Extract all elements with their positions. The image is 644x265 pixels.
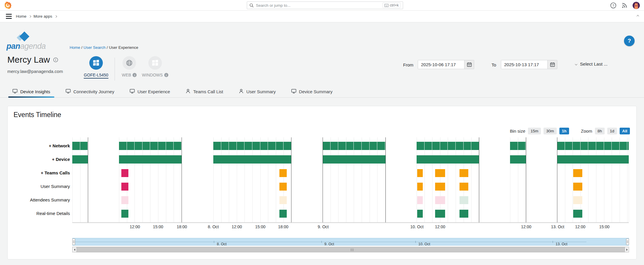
gridline — [573, 137, 573, 222]
user-event-block[interactable] — [459, 183, 468, 191]
row-label-network[interactable]: + Network — [8, 143, 70, 148]
navigator-day-label: 10. Oct — [418, 242, 430, 246]
network-activity-bar[interactable] — [510, 142, 526, 150]
scroll-left-button[interactable] — [72, 247, 77, 252]
collapse-chevron-up-icon[interactable] — [637, 15, 639, 17]
grafana-logo-icon[interactable] — [4, 1, 12, 10]
realtime-event-block[interactable] — [459, 210, 468, 218]
teams-event-block[interactable] — [459, 169, 468, 177]
device-button-windows[interactable]: WINDOWS i — [142, 56, 169, 78]
attendees-event-block[interactable] — [417, 196, 423, 204]
tab-user-experience[interactable]: User Experience — [125, 86, 174, 97]
gridline — [135, 137, 135, 222]
scroll-right-button[interactable] — [625, 247, 629, 252]
navigator-day-label: 9. Oct — [324, 242, 334, 246]
person-icon — [239, 89, 244, 95]
axis-tick-label: 13. Oct — [547, 224, 568, 229]
user-event-block[interactable] — [417, 183, 423, 191]
section-tabs: Device InsightsConnectivity JourneyUser … — [0, 86, 644, 98]
network-activity-bar[interactable] — [417, 142, 479, 150]
attendees-event-block[interactable] — [459, 196, 468, 204]
teams-event-block[interactable] — [279, 169, 287, 177]
navigator-day-tick — [553, 241, 553, 243]
breadcrumb-more-apps[interactable]: More apps — [33, 14, 52, 19]
network-activity-bar[interactable] — [213, 142, 291, 150]
gridline — [565, 137, 565, 222]
teams-event-block[interactable] — [435, 169, 445, 177]
realtime-event-block[interactable] — [279, 210, 287, 218]
panagenda-logo: panagenda — [6, 33, 51, 51]
realtime-event-block[interactable] — [573, 210, 582, 218]
info-icon[interactable] — [53, 57, 58, 62]
breadcrumb-link-user-search[interactable]: User Search — [83, 45, 105, 50]
realtime-event-block[interactable] — [417, 210, 423, 218]
section-boundary-line — [479, 137, 479, 222]
info-badge-icon[interactable]: i — [133, 73, 137, 77]
gridline — [417, 137, 417, 222]
to-date-input[interactable] — [501, 60, 547, 69]
select-last-dropdown[interactable]: Select Last ... — [575, 61, 608, 67]
from-date-input[interactable] — [418, 60, 464, 69]
teams-event-block[interactable] — [573, 169, 582, 177]
realtime-event-block[interactable] — [121, 210, 128, 218]
device-button-web[interactable]: WEB i — [116, 56, 143, 78]
device-activity-bar[interactable] — [119, 155, 182, 164]
network-activity-bar[interactable] — [119, 142, 182, 150]
gridline — [338, 137, 338, 222]
realtime-event-block[interactable] — [435, 210, 445, 218]
from-date-field — [418, 60, 474, 69]
device-activity-bar[interactable] — [72, 155, 88, 164]
row-label-teams-calls[interactable]: + Teams Calls — [8, 170, 70, 175]
user-event-block[interactable] — [121, 183, 128, 191]
timeline-navigator[interactable]: 8. Oct9. Oct10. Oct13. Oct — [72, 238, 629, 246]
attendees-event-block[interactable] — [573, 196, 582, 204]
user-event-block[interactable] — [435, 183, 445, 191]
search-input[interactable] — [256, 3, 383, 8]
global-search[interactable]: ctrl+k — [247, 1, 403, 9]
menu-toggle-icon[interactable] — [6, 14, 12, 19]
gridline — [471, 137, 472, 222]
navigator-right-handle[interactable] — [626, 239, 629, 245]
axis-tick-label: 12:00 — [125, 224, 145, 229]
device-activity-bar[interactable] — [417, 155, 479, 164]
teams-event-block[interactable] — [121, 169, 128, 177]
network-activity-bar[interactable] — [323, 142, 385, 150]
device-button-gofe[interactable]: GOFE-L5450 — [83, 56, 110, 79]
network-activity-bar[interactable] — [72, 142, 88, 150]
tab-teams-call-list[interactable]: Teams Call List — [181, 86, 227, 97]
help-button[interactable]: ? — [624, 36, 635, 46]
from-label: From — [403, 62, 413, 67]
from-calendar-button[interactable] — [464, 60, 474, 69]
gridline — [221, 137, 222, 222]
scrollbar-thumb[interactable] — [76, 247, 625, 252]
attendees-event-block[interactable] — [121, 196, 128, 204]
navigator-left-handle[interactable] — [72, 239, 75, 245]
attendees-event-block[interactable] — [435, 196, 445, 204]
grafana-topbar: ctrl+k ? — [0, 0, 644, 11]
to-calendar-button[interactable] — [547, 60, 557, 69]
network-activity-bar[interactable] — [557, 142, 629, 150]
tab-connectivity-journey[interactable]: Connectivity Journey — [61, 86, 118, 97]
news-rss-icon[interactable] — [621, 2, 628, 9]
device-activity-bar[interactable] — [510, 155, 526, 164]
user-event-block[interactable] — [279, 183, 287, 191]
attendees-event-block[interactable] — [279, 196, 287, 204]
breadcrumb-home[interactable]: Home — [16, 14, 26, 19]
device-activity-bar[interactable] — [557, 155, 629, 164]
panagenda-wordmark: panagenda — [6, 42, 46, 51]
breadcrumb-link-home[interactable]: Home — [70, 45, 80, 50]
timeline-scrollbar[interactable] — [72, 247, 629, 252]
user-event-block[interactable] — [573, 183, 582, 191]
info-badge-icon[interactable]: i — [164, 73, 168, 77]
tab-user-summary[interactable]: User Summary — [234, 86, 280, 97]
tab-device-insights[interactable]: Device Insights — [8, 86, 54, 97]
user-avatar[interactable] — [633, 2, 640, 9]
help-icon[interactable]: ? — [610, 2, 616, 9]
device-activity-bar[interactable] — [213, 155, 291, 164]
row-label-attendees-summary: Attendees Summary — [8, 197, 70, 202]
gridline — [213, 137, 214, 222]
teams-event-block[interactable] — [417, 169, 423, 177]
tab-device-summary[interactable]: Device Summary — [287, 86, 337, 97]
row-label-device[interactable]: + Device — [8, 157, 70, 162]
device-activity-bar[interactable] — [323, 155, 385, 164]
